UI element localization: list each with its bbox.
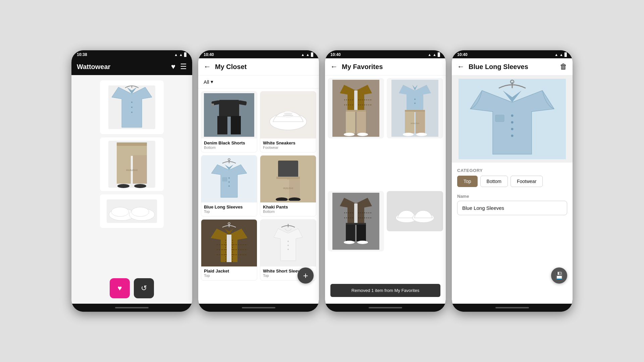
filter-dropdown[interactable]: All ▾ — [204, 79, 213, 85]
list-item[interactable] — [387, 191, 443, 231]
svg-point-4 — [131, 102, 132, 103]
svg-point-78 — [414, 99, 416, 100]
list-item[interactable]: HUILISHI Khaki Pants Bottom — [260, 155, 316, 217]
svg-point-105 — [511, 121, 514, 124]
bottom-bar-closet — [198, 304, 319, 312]
clothing-info: Khaki Pants Bottom — [260, 202, 316, 216]
status-icons-detail: ▲ ▲ ▊ — [554, 53, 567, 57]
svg-rect-21 — [219, 100, 239, 117]
clothing-name: Plaid Jacket — [204, 268, 254, 274]
status-icons-favorites: ▲ ▲ ▊ — [428, 53, 440, 57]
status-bar-home: 10:38 ▲ ▲ ▊ — [71, 50, 192, 58]
home-indicator — [495, 307, 529, 308]
category-chips: Top Bottom Footwear — [457, 176, 567, 187]
clothing-category: Bottom — [263, 209, 313, 214]
app-title: Wattowear — [77, 63, 110, 71]
add-item-button[interactable]: + — [298, 267, 314, 284]
clothing-category: Top — [204, 209, 254, 214]
clothing-image — [201, 220, 257, 266]
svg-rect-96 — [391, 191, 438, 231]
name-field-label: Name — [457, 194, 567, 199]
shoes-illustration — [105, 198, 159, 225]
filter-label: All — [204, 79, 209, 85]
svg-point-38 — [228, 185, 230, 187]
favorites-screen: ← My Favorites — [325, 58, 446, 304]
svg-point-62 — [287, 241, 289, 242]
closet-title: My Closet — [215, 63, 314, 71]
clothing-image: HUILISHI — [260, 156, 316, 202]
svg-point-36 — [228, 177, 230, 179]
svg-point-73 — [344, 133, 355, 136]
svg-text:HUILISHI: HUILISHI — [411, 122, 419, 124]
home-indicator — [369, 307, 402, 308]
chevron-down-icon: ▾ — [211, 79, 213, 85]
clothing-image — [201, 156, 257, 202]
list-item[interactable]: Plaid Jacket Top — [201, 219, 257, 281]
screens-container: 10:38 ▲ ▲ ▊ Wattowear ♥ ☰ — [0, 0, 644, 362]
svg-rect-71 — [346, 112, 355, 133]
svg-point-63 — [287, 245, 289, 246]
svg-point-19 — [131, 207, 149, 217]
list-item[interactable] — [328, 78, 384, 138]
detail-title: Blue Long Sleeves — [469, 63, 556, 71]
svg-point-85 — [416, 133, 427, 136]
shirt-illustration — [105, 84, 159, 131]
chip-bottom[interactable]: Bottom — [480, 176, 508, 187]
clothing-category: Bottom — [204, 145, 254, 149]
svg-point-95 — [357, 241, 368, 244]
delete-icon[interactable]: 🗑 — [560, 62, 567, 71]
list-item[interactable]: Denim Black Shorts Bottom — [201, 91, 257, 153]
home-actions: ♥ ↺ — [71, 273, 192, 304]
closet-back-button[interactable]: ← — [204, 62, 211, 71]
svg-point-107 — [511, 135, 514, 137]
svg-rect-39 — [222, 177, 227, 181]
detail-back-button[interactable]: ← — [457, 62, 465, 71]
status-bar-detail: 10:40 ▲ ▲ ▊ — [452, 50, 573, 58]
phone-home: 10:38 ▲ ▲ ▊ Wattowear ♥ ☰ — [71, 50, 192, 312]
chip-top[interactable]: Top — [457, 176, 478, 187]
svg-text:HUILISHI: HUILISHI — [126, 169, 138, 172]
status-icons-closet: ▲ ▲ ▊ — [301, 53, 314, 57]
list-item[interactable] — [328, 191, 384, 251]
home-indicator — [115, 307, 149, 308]
closet-nav-header: ← My Closet — [198, 58, 319, 75]
closet-screen: ← My Closet All ▾ — [198, 58, 319, 304]
svg-rect-41 — [278, 161, 298, 177]
clothing-info: Plaid Jacket Top — [201, 266, 257, 280]
save-button[interactable]: 💾 — [551, 267, 567, 284]
svg-rect-92 — [346, 225, 355, 241]
clothing-image — [260, 92, 316, 138]
clothing-info: White Sneakers Footwear — [260, 138, 316, 152]
detail-nav-header: ← Blue Long Sleeves 🗑 — [452, 58, 573, 75]
svg-point-17 — [111, 207, 129, 217]
list-item[interactable]: White Sneakers Footwear — [260, 91, 316, 153]
favorites-nav-header: ← My Favorites — [325, 58, 446, 75]
list-item[interactable]: HUILISHI — [387, 78, 443, 138]
svg-point-5 — [131, 107, 132, 108]
svg-point-79 — [414, 103, 416, 104]
home-indicator — [242, 307, 275, 308]
svg-point-6 — [131, 112, 132, 113]
home-shirt-item — [100, 80, 164, 134]
chip-footwear[interactable]: Footwear — [511, 176, 543, 187]
pants-illustration: HUILISHI — [105, 139, 159, 189]
time-closet: 10:40 — [204, 52, 214, 57]
list-item[interactable]: Blue Long Sleeves Top — [201, 155, 257, 217]
svg-point-13 — [117, 184, 129, 188]
svg-rect-11 — [117, 142, 147, 146]
svg-rect-22 — [217, 116, 227, 134]
time-home: 10:38 — [77, 52, 87, 57]
menu-icon[interactable]: ☰ — [180, 62, 187, 71]
bottom-bar-detail — [452, 304, 573, 312]
name-input[interactable] — [457, 201, 567, 215]
favorites-back-button[interactable]: ← — [330, 62, 338, 71]
favorite-button[interactable]: ♥ — [110, 278, 130, 298]
svg-point-94 — [344, 241, 355, 244]
phone-detail: 10:40 ▲ ▲ ▊ ← Blue Long Sleeves 🗑 — [452, 50, 573, 312]
svg-rect-72 — [357, 112, 366, 133]
heart-icon[interactable]: ♥ — [171, 62, 175, 71]
clothing-info: Denim Black Shorts Bottom — [201, 138, 257, 152]
refresh-button[interactable]: ↺ — [134, 278, 154, 298]
svg-rect-23 — [231, 116, 241, 134]
favorites-grid: HUILISHI — [325, 75, 446, 304]
